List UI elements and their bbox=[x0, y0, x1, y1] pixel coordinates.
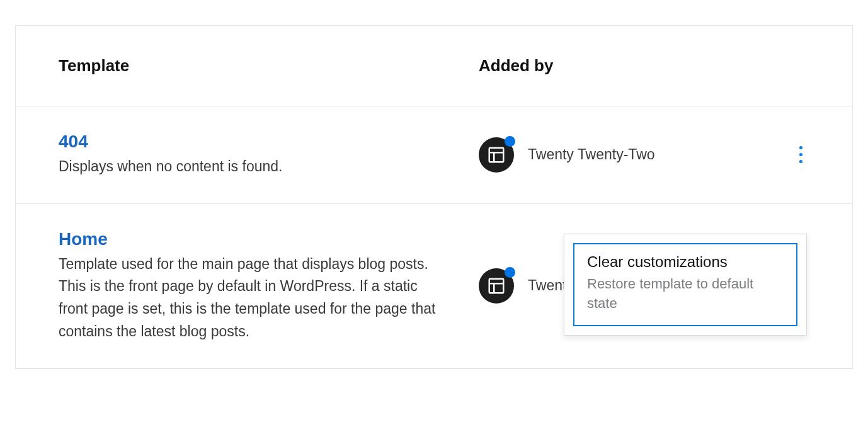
theme-avatar bbox=[479, 268, 514, 304]
popover-item-title: Clear customizations bbox=[587, 253, 784, 271]
more-vertical-icon bbox=[799, 146, 802, 163]
svg-rect-0 bbox=[489, 148, 504, 162]
customized-indicator-dot bbox=[505, 136, 515, 147]
layout-icon bbox=[487, 276, 506, 295]
column-header-template: Template bbox=[59, 56, 479, 76]
template-link-404[interactable]: 404 bbox=[59, 132, 479, 152]
templates-panel: Template Added by 404 Displays when no c… bbox=[15, 25, 853, 369]
table-header: Template Added by bbox=[16, 26, 852, 106]
table-row: 404 Displays when no content is found. T… bbox=[16, 106, 852, 204]
column-header-added-by: Added by bbox=[479, 56, 553, 76]
actions-popover: Clear customizations Restore template to… bbox=[564, 234, 807, 336]
theme-avatar bbox=[479, 137, 514, 173]
popover-item-subtitle: Restore template to default state bbox=[587, 275, 784, 314]
svg-rect-3 bbox=[489, 279, 504, 293]
template-link-home[interactable]: Home bbox=[59, 229, 479, 249]
more-actions-button[interactable] bbox=[792, 142, 809, 168]
template-description: Template used for the main page that dis… bbox=[59, 253, 443, 343]
template-description: Displays when no content is found. bbox=[59, 156, 443, 178]
customized-indicator-dot bbox=[505, 267, 515, 278]
added-by-label: Twenty Twenty-Two bbox=[528, 146, 792, 163]
layout-icon bbox=[487, 145, 506, 164]
clear-customizations-button[interactable]: Clear customizations Restore template to… bbox=[573, 243, 797, 326]
